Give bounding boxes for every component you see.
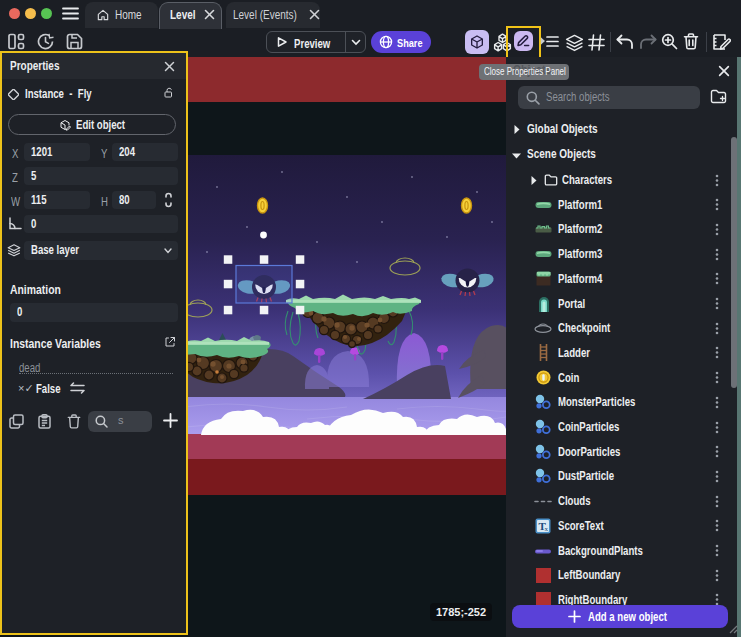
- svg-text:x: x: [545, 525, 549, 533]
